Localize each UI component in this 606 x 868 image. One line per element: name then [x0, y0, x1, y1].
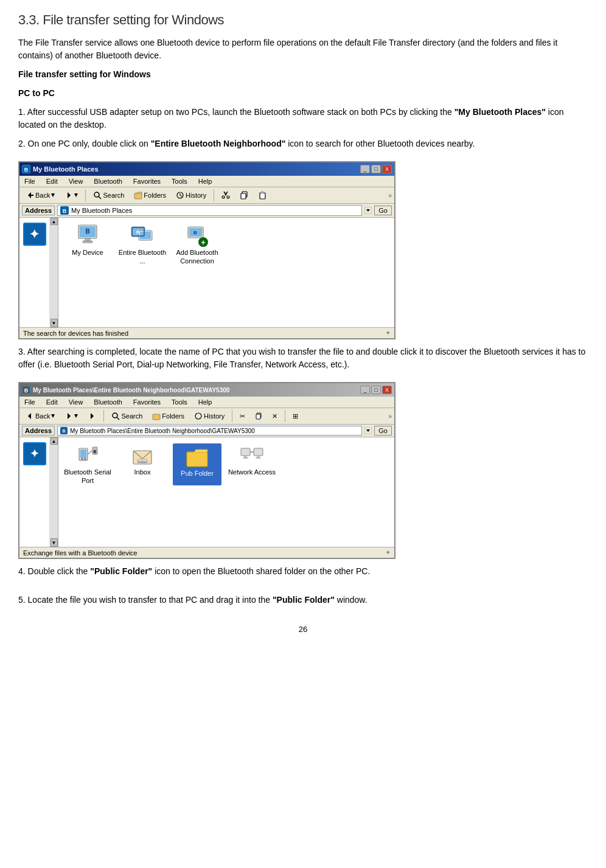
svg-rect-3 [31, 195, 33, 196]
menu-bluetooth[interactable]: Bluetooth [91, 177, 124, 186]
folders-label2: Folders [162, 412, 184, 420]
svg-rect-67 [241, 448, 250, 456]
scroll-down[interactable]: ▼ [50, 319, 58, 327]
history-button[interactable]: History [172, 189, 210, 201]
pc-to-pc-heading: PC to PC [18, 87, 588, 100]
addressbar1: Address B My Bluetooth Places Go [19, 204, 394, 218]
menu2-favorites[interactable]: Favorites [131, 398, 163, 406]
win-sidebar1: ✦ [19, 218, 50, 327]
maximize-button2[interactable]: □ [371, 386, 381, 394]
svg-rect-70 [244, 456, 247, 457]
statusbar1: The search for devices has finished ✦ [19, 327, 394, 338]
serial-port-icon[interactable]: B Bluetooth Serial Port [63, 443, 112, 485]
mydevice-label: My Device [72, 248, 103, 257]
svg-rect-72 [243, 457, 248, 459]
statusbar2: Exchange files with a Bluetooth device ✦ [19, 547, 394, 558]
toolbar2-sep3 [285, 410, 285, 422]
svg-rect-66 [187, 452, 207, 467]
titlebar1-buttons[interactable]: _ □ X [360, 165, 392, 173]
back-button[interactable]: Back [22, 189, 58, 201]
minimize-button[interactable]: _ [360, 165, 370, 173]
svg-line-47 [117, 417, 119, 420]
scroll-down2[interactable]: ▼ [50, 538, 58, 547]
screenshot2: B My Bluetooth Places\Entire Bluetooth N… [18, 382, 395, 559]
address-input2[interactable]: B My Bluetooth Places\Entire Bluetooth N… [57, 426, 362, 436]
folders-button2[interactable]: Folders [148, 410, 188, 422]
resize-grip: ✦ [385, 329, 391, 337]
add-bt-icon[interactable]: + B Add Bluetooth Connection [173, 224, 221, 266]
svg-rect-25 [85, 238, 90, 241]
paste-button[interactable] [254, 189, 270, 201]
page-number: 26 [18, 625, 588, 634]
titlebar2: B My Bluetooth Places\Entire Bluetooth N… [19, 383, 394, 397]
menu-help[interactable]: Help [196, 177, 215, 186]
minimize-button2[interactable]: _ [360, 386, 370, 394]
toolbar2-sep2 [232, 410, 232, 422]
svg-point-46 [113, 413, 117, 418]
svg-text:Inbox: Inbox [138, 460, 147, 464]
search-button2[interactable]: Search [108, 410, 146, 422]
network-access-icon[interactable]: Network Access [228, 443, 276, 485]
menu-file[interactable]: File [22, 177, 38, 186]
svg-text:B: B [93, 450, 96, 454]
content-area1: ✦ ▲ ▼ B [19, 218, 394, 327]
svg-marker-42 [51, 414, 55, 418]
address-go2[interactable]: Go [374, 426, 392, 436]
close-button[interactable]: X [382, 165, 392, 173]
search-label2: Search [121, 412, 142, 420]
cut-button2[interactable]: ✂ [236, 411, 249, 422]
step3-para: 3. After searching is completed, locate … [18, 345, 588, 371]
menu-edit[interactable]: Edit [44, 177, 60, 186]
scrollbar-vertical2[interactable]: ▲ ▼ [50, 437, 58, 547]
toolbar2-sep1 [103, 410, 104, 422]
svg-text:B: B [193, 230, 197, 235]
scrollbar-vertical[interactable]: ▲ ▼ [50, 218, 58, 327]
address-input1[interactable]: B My Bluetooth Places [57, 205, 362, 216]
inbox-icon[interactable]: Inbox Inbox [118, 443, 167, 485]
menu2-tools[interactable]: Tools [169, 398, 190, 406]
network-access-label: Network Access [228, 468, 276, 476]
menu2-help[interactable]: Help [196, 398, 215, 406]
pub-folder-icon[interactable]: Pub Folder [173, 443, 221, 485]
svg-rect-71 [257, 456, 260, 457]
forward-button2b[interactable] [84, 410, 100, 422]
scroll-up[interactable]: ▲ [50, 218, 58, 225]
copy-button2[interactable] [251, 411, 266, 422]
delete-button2[interactable]: ✕ [268, 411, 281, 422]
menu2-file[interactable]: File [22, 398, 38, 406]
address-go1[interactable]: Go [374, 206, 392, 215]
svg-point-49 [195, 413, 201, 419]
menubar1: File Edit View Bluetooth Favorites Tools… [19, 176, 394, 187]
folders-button[interactable]: Folders [130, 189, 170, 201]
history-label2: History [204, 412, 225, 420]
back-button2[interactable]: Back [22, 410, 58, 422]
menu-tools[interactable]: Tools [169, 177, 190, 186]
titlebar2-buttons[interactable]: _ □ X [360, 386, 392, 394]
svg-marker-5 [68, 192, 71, 198]
titlebar1: B My Bluetooth Places _ □ X [19, 162, 394, 176]
history-button2[interactable]: History [190, 410, 228, 422]
forward-button[interactable] [61, 189, 82, 201]
copy-button[interactable] [236, 189, 252, 201]
search-button[interactable]: Search [89, 189, 128, 201]
mydevice-icon[interactable]: B My Device [63, 224, 112, 266]
menu2-bluetooth[interactable]: Bluetooth [91, 398, 124, 406]
view-button2[interactable]: ⊞ [289, 411, 302, 422]
close-button2[interactable]: X [382, 386, 392, 394]
svg-text:+: + [201, 238, 206, 247]
menu2-view[interactable]: View [66, 398, 86, 406]
forward-button2[interactable] [61, 410, 82, 422]
entire-bt-icon[interactable]: B Entire Bluetooth ... [118, 224, 167, 266]
svg-marker-43 [68, 413, 71, 419]
menu-favorites[interactable]: Favorites [131, 177, 163, 186]
menu2-edit[interactable]: Edit [44, 398, 60, 406]
scroll-up2[interactable]: ▲ [50, 437, 58, 445]
toolbar-sep1 [85, 189, 86, 201]
cut-button[interactable] [218, 189, 234, 201]
page-title: 3.3. File transfer setting for Windows [18, 12, 588, 28]
resize-grip2: ✦ [385, 549, 391, 557]
toolbar2: Back Search Folders History ✂ ✕ ⊞ [19, 408, 394, 425]
maximize-button[interactable]: □ [371, 165, 381, 173]
folders-label: Folders [144, 192, 166, 199]
menu-view[interactable]: View [66, 177, 86, 186]
